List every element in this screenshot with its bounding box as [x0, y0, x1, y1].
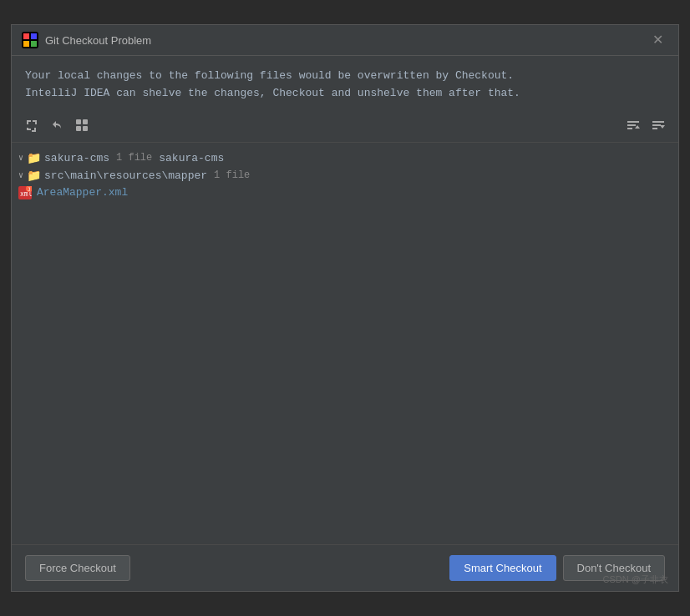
bottom-bar: Force Checkout Smart Checkout Don't Chec…	[12, 544, 678, 591]
toolbar-right	[623, 116, 668, 137]
svg-rect-5	[76, 119, 81, 124]
child-folder-icon: 📁	[27, 169, 41, 183]
root-file-count: 1 file	[116, 152, 152, 164]
xml-file-icon: xml J	[18, 186, 32, 199]
svg-rect-8	[83, 126, 88, 131]
root-module-name: sakura-cms	[159, 152, 224, 164]
child-chevron[interactable]: ∨	[18, 170, 23, 180]
title-bar: Git Checkout Problem ✕	[12, 25, 678, 56]
root-folder-icon: 📁	[27, 151, 41, 165]
toolbar	[12, 111, 678, 143]
message-area: Your local changes to the following file…	[12, 56, 678, 111]
git-checkout-dialog: Git Checkout Problem ✕ Your local change…	[11, 24, 679, 592]
sort2-button[interactable]	[648, 116, 668, 137]
svg-rect-3	[23, 41, 29, 47]
svg-rect-10	[627, 124, 636, 126]
root-chevron[interactable]: ∨	[18, 153, 23, 163]
child-file-count: 1 file	[214, 169, 250, 181]
sort-button[interactable]	[623, 116, 643, 137]
close-button[interactable]: ✕	[647, 32, 668, 48]
watermark: CSDN @子非衣	[603, 573, 668, 586]
child-folder-name: src\main\resources\mapper	[44, 169, 207, 182]
message-line1: Your local changes to the following file…	[25, 68, 665, 85]
area-mapper-file[interactable]: AreaMapper.xml	[37, 186, 128, 199]
undo-button[interactable]	[47, 116, 67, 137]
svg-rect-15	[652, 128, 657, 129]
tree-child-folder: ∨ 📁 src\main\resources\mapper 1 file	[15, 167, 675, 184]
title-bar-left: Git Checkout Problem	[22, 32, 151, 48]
svg-rect-11	[627, 128, 632, 129]
dialog-title: Git Checkout Problem	[45, 34, 151, 47]
intellij-icon	[22, 32, 38, 48]
svg-marker-16	[660, 125, 665, 129]
message-line2: IntelliJ IDEA can shelve the changes, Ch…	[25, 85, 665, 103]
tree-root-item: ∨ 📁 sakura-cms 1 file sakura-cms	[15, 149, 675, 167]
svg-rect-4	[31, 41, 37, 47]
svg-rect-9	[627, 121, 639, 123]
svg-rect-2	[31, 33, 37, 39]
smart-checkout-button[interactable]: Smart Checkout	[449, 555, 556, 581]
expand-button[interactable]	[22, 116, 42, 137]
file-tree: ∨ 📁 sakura-cms 1 file sakura-cms ∨ 📁 src…	[12, 143, 678, 544]
force-checkout-button[interactable]: Force Checkout	[25, 555, 130, 581]
group-button[interactable]	[72, 116, 92, 137]
svg-rect-6	[83, 119, 88, 124]
svg-rect-14	[652, 124, 661, 126]
toolbar-left	[22, 116, 92, 137]
svg-text:J: J	[28, 186, 31, 192]
svg-rect-7	[76, 126, 81, 131]
tree-file-item: xml J AreaMapper.xml	[15, 184, 675, 201]
root-folder-name: sakura-cms	[44, 152, 109, 164]
svg-rect-13	[652, 121, 664, 123]
svg-rect-1	[23, 33, 29, 39]
